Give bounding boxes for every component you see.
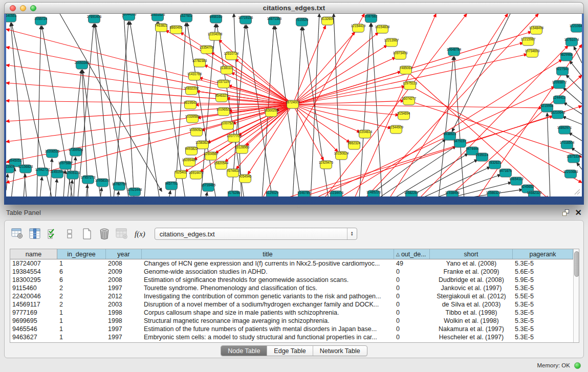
memory-status-icon[interactable] [574,362,581,369]
column-header-year[interactable]: year [106,249,142,259]
column-header-title[interactable]: title [142,249,394,259]
graph-node[interactable]: 11485226 [366,190,381,196]
graph-node[interactable]: 12204098 [208,32,223,40]
graph-node[interactable]: 15716485 [201,183,216,191]
graph-node[interactable]: 9493822 [185,147,198,155]
graph-node[interactable]: 6479197 [454,139,467,147]
table-row[interactable]: 2242004622012Investigating the contribut… [10,292,573,300]
graph-node[interactable]: 12975113 [403,81,417,90]
graph-node[interactable]: 10648784 [447,48,462,56]
graph-node[interactable]: 7625402 [175,170,187,179]
graph-node[interactable]: 11544909 [389,125,403,134]
graph-node[interactable]: 12215987 [521,37,536,46]
graph-node[interactable]: 9154694 [398,112,410,120]
zoom-window-icon[interactable] [30,5,36,11]
graph-node[interactable]: 18724007 [286,100,300,108]
column-header-pagerank[interactable]: pagerank [513,249,573,259]
graph-node[interactable]: 2055724 [35,17,48,25]
scrollbar-thumb[interactable] [574,251,579,277]
graph-node[interactable]: 12504567 [204,152,219,160]
graph-node[interactable]: 12077708 [227,134,242,142]
graph-node[interactable]: 16154838 [375,25,390,33]
graph-node[interactable]: 20053346 [75,61,90,69]
graph-node[interactable]: 15820544 [214,161,229,169]
graph-node[interactable]: 8860495 [170,26,183,34]
graph-node[interactable]: 7463822 [155,24,168,32]
graph-node[interactable]: 8132604 [321,17,334,25]
window-titlebar[interactable]: citations_edges.txt [4,2,584,14]
close-panel-icon[interactable]: ✕ [575,209,582,216]
graph-node[interactable]: 12156823 [18,165,33,173]
graph-node[interactable]: 2640551 [6,14,17,22]
close-window-icon[interactable] [10,5,16,11]
graph-node[interactable]: 11431768 [187,72,202,80]
graph-node[interactable]: 10654112 [509,177,524,185]
column-select-icon[interactable] [27,227,42,241]
table-selector-dropdown[interactable]: citations_edges.txt ▲▼ [155,228,357,240]
graph-node[interactable]: 7485063 [400,66,412,74]
graph-node[interactable]: 10371197 [216,80,231,88]
resize-grip-icon[interactable] [573,188,580,195]
graph-node[interactable]: 9829966 [560,53,573,61]
graph-node[interactable]: 10975887 [58,161,73,169]
graph-node[interactable]: 20206535 [45,149,60,158]
graph-node[interactable]: 12905113 [66,171,80,179]
graph-node[interactable]: 10832207 [184,86,199,95]
graph-node[interactable]: 16914479 [189,171,204,179]
graph-node[interactable]: 9054946 [239,174,252,183]
table-row[interactable]: 977716911998Corpus callosum shape and si… [10,309,573,317]
graph-node[interactable]: 15892971 [557,126,572,134]
graph-node[interactable]: 12204614 [358,130,373,138]
graph-node[interactable]: 7832621 [489,161,502,169]
graph-node[interactable]: 6466160 [210,15,223,23]
graph-node[interactable]: 10590527 [189,128,204,136]
graph-node[interactable]: 16671355 [267,17,282,25]
graph-node[interactable]: 2935114 [476,153,489,161]
graph-node[interactable]: 10973493 [393,51,408,59]
graph-node[interactable]: 9457791 [165,182,178,190]
table-settings-icon[interactable] [10,227,25,241]
table-row[interactable]: 1456911722003Disruption of a novel membe… [10,300,573,309]
graph-node[interactable]: 16210643 [551,111,565,119]
graph-node[interactable]: 11451944 [50,170,64,178]
graph-node[interactable]: 17359926 [69,148,83,156]
graph-node[interactable]: 9862324 [348,141,361,149]
graph-node[interactable]: 11929475 [319,161,333,169]
graph-node[interactable]: 8129029 [266,191,279,196]
graph-node[interactable]: 1527602 [180,14,193,22]
tab-node-table[interactable]: Node Table [221,346,267,356]
splitter-handle[interactable] [294,205,302,208]
graph-node[interactable]: 10719155 [238,16,253,24]
graph-node[interactable]: 12923448 [127,188,142,196]
table-row[interactable]: 1872400712008Changes of HCN gene express… [10,259,573,268]
graph-node[interactable]: 10653525 [150,14,165,21]
graph-node[interactable]: 7515526 [296,18,309,26]
clear-selection-icon[interactable] [62,227,77,241]
graph-node[interactable]: 7674402 [227,169,239,177]
graph-node[interactable]: 15751074 [564,38,579,46]
column-header-out-de-[interactable]: △out_de... [394,249,430,259]
graph-node[interactable]: 9619543 [184,101,197,109]
graph-node[interactable]: 16074277 [402,97,417,105]
graph-node[interactable]: 10196522 [216,107,231,116]
graph-node[interactable]: 10150624 [334,151,349,160]
table-scrollbar[interactable] [573,249,579,342]
graph-node[interactable]: 14682325 [527,191,542,196]
delete-table-icon[interactable] [97,227,112,241]
graph-node[interactable]: 18300295 [264,108,279,117]
graph-node[interactable]: 10582267 [404,191,419,196]
tab-network-table[interactable]: Network Table [313,346,367,356]
import-table-icon[interactable] [114,227,129,241]
graph-node[interactable]: 11548498 [529,26,543,34]
graph-node[interactable]: 16782759 [112,182,127,190]
graph-node[interactable]: 9546327 [215,94,228,102]
table-row[interactable]: 1830029562008Estimation of significance … [10,276,573,284]
graph-node[interactable]: 3915909 [6,165,15,173]
column-header-name[interactable]: name [10,249,57,259]
graph-node[interactable]: 17016504 [560,141,575,149]
minimize-window-icon[interactable] [20,5,26,11]
graph-node[interactable]: 2087682 [365,14,378,23]
function-builder-icon[interactable]: f(x) [132,230,148,238]
graph-node[interactable]: 13586327 [486,191,501,196]
table-row[interactable]: 969969511998Structural magnetic resonanc… [10,317,573,325]
